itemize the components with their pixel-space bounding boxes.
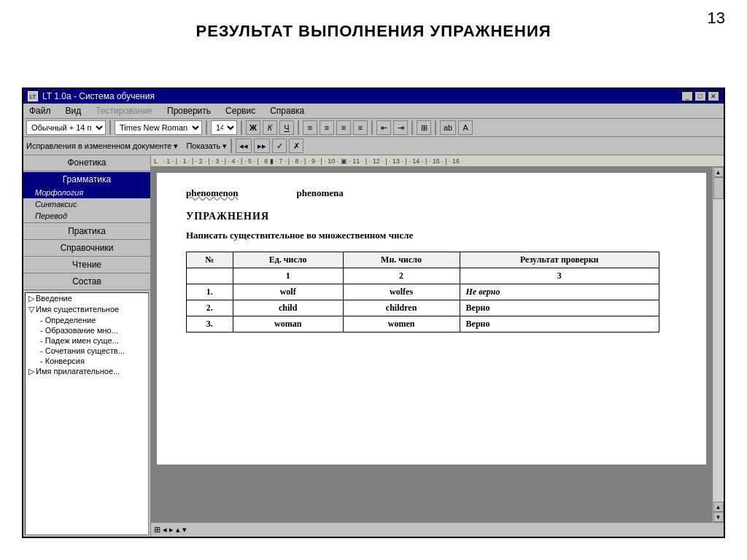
menu-file[interactable]: Файл (26, 105, 54, 117)
reject-button[interactable]: ✗ (289, 139, 303, 153)
menu-help[interactable]: Справка (267, 105, 307, 117)
indent-decrease-button[interactable]: ⇤ (376, 120, 391, 135)
sidebar-phonetics[interactable]: Фонетика (23, 155, 150, 170)
menu-check[interactable]: Проверить (164, 105, 214, 117)
doc-wrapper: phenomenon phenomena УПРАЖНЕНИЯ Написать… (151, 167, 724, 522)
status-info: ⊞ ◂ ▸ ▴ ▾ (154, 525, 187, 534)
separator-8 (231, 139, 232, 153)
track-prev-button[interactable]: ◂◂ (236, 139, 252, 153)
table-header-result: Результат проверки (460, 252, 659, 268)
show-label: Показать (186, 141, 220, 150)
word-plural: phenomena (297, 187, 344, 199)
scrollbar-thumb[interactable] (713, 177, 724, 199)
tree-view[interactable]: ▷Введение ▽Имя существительное - Определ… (25, 292, 149, 535)
row2-singular: child (233, 300, 343, 316)
exercise-heading: УПРАЖНЕНИЯ (186, 211, 684, 222)
separator-1 (109, 120, 111, 135)
separator-7 (435, 120, 436, 135)
row2-num: 2. (187, 300, 233, 316)
divider-6 (23, 289, 150, 290)
align-right-button[interactable]: ≡ (336, 120, 351, 135)
table-subheader-2: 2 (343, 268, 460, 284)
row2-result: Верно (460, 300, 659, 316)
sidebar-composition[interactable]: Состав (23, 274, 150, 289)
track-next-button[interactable]: ▸▸ (254, 139, 270, 153)
menu-bar: Файл Вид Тестирование Проверить Сервис С… (23, 104, 724, 119)
menu-service[interactable]: Сервис (222, 105, 258, 117)
toolbar-1: Обычный + 14 п Times New Roman 14 Ж К Ч … (23, 119, 724, 137)
table-button[interactable]: ⊞ (417, 120, 431, 135)
sidebar-grammar[interactable]: Грамматика (23, 172, 150, 187)
bold-button[interactable]: Ж (246, 120, 260, 135)
minimize-button[interactable]: _ (681, 91, 693, 101)
doc-content: phenomenon phenomena УПРАЖНЕНИЯ Написать… (179, 187, 684, 332)
align-center-button[interactable]: ≡ (320, 120, 334, 135)
row1-singular: wolf (233, 284, 343, 300)
word-singular: phenomenon (186, 187, 239, 199)
separator-3 (241, 120, 242, 135)
font-color-button[interactable]: A (458, 120, 473, 135)
size-select[interactable]: 14 (211, 120, 237, 135)
ruler-label: L · 1 · | · 1 · | · 2 · | · 3 · | · 4 · … (154, 158, 463, 165)
tree-item-combinations[interactable]: - Сочетания существ... (26, 346, 148, 356)
scroll-down-button-1[interactable]: ▲ (713, 502, 724, 512)
sidebar-syntax[interactable]: Синтаксис (23, 198, 150, 210)
maximize-button[interactable]: □ (694, 91, 706, 101)
tree-item-plural-form[interactable]: - Образование мно... (26, 325, 148, 335)
window-title: LT 1.0a - Система обучения (42, 91, 155, 101)
tree-item-conversion[interactable]: - Конверсия (26, 356, 148, 366)
table-subheader-3: 3 (460, 268, 659, 284)
table-subheader-num (187, 268, 233, 284)
accept-button[interactable]: ✓ (272, 139, 287, 153)
status-bar: ⊞ ◂ ▸ ▴ ▾ (151, 522, 724, 537)
indent-increase-button[interactable]: ⇥ (393, 120, 408, 135)
exercise-table: № Ед. число Мн. число Результат проверки… (186, 252, 659, 332)
sidebar-morphology[interactable]: Морфология (23, 187, 150, 198)
row3-num: 3. (187, 316, 233, 332)
window-controls: _ □ ✕ (681, 91, 719, 101)
divider-5 (23, 273, 150, 273)
close-button[interactable]: ✕ (708, 91, 719, 101)
row1-plural: wolfes (343, 284, 460, 300)
sidebar-references[interactable]: Справочники (23, 241, 150, 255)
row1-result: Не верно (460, 284, 659, 300)
row2-plural: children (343, 300, 460, 316)
tree-item-intro[interactable]: ▷Введение (26, 293, 148, 304)
toolbar-2: Исправления в измененном документе ▾ Пок… (23, 137, 724, 155)
exercise-task: Написать существительное во множественно… (186, 230, 684, 241)
underline-button[interactable]: Ч (279, 120, 294, 135)
tree-item-definition[interactable]: - Определение (26, 315, 148, 325)
divider-4 (23, 256, 150, 257)
separator-2 (206, 120, 207, 135)
tree-item-adjective[interactable]: ▷Имя прилагательное... (26, 366, 148, 377)
scroll-up-button[interactable]: ▲ (713, 167, 724, 177)
page-title: РЕЗУЛЬТАТ ВЫПОЛНЕНИЯ УПРАЖНЕНИЯ (0, 0, 747, 55)
divider-2 (23, 222, 150, 223)
divider-1 (23, 171, 150, 171)
align-justify-button[interactable]: ≡ (353, 120, 368, 135)
tree-item-noun[interactable]: ▽Имя существительное (26, 304, 148, 315)
ruler: L · 1 · | · 1 · | · 2 · | · 3 · | · 4 · … (151, 155, 724, 167)
vertical-scrollbar: ▲ ▲ ▼ (712, 167, 724, 522)
track-changes-label: Исправления в измененном документе (26, 141, 171, 150)
tree-item-cases[interactable]: - Падеж имен суще... (26, 335, 148, 346)
table-header-singular: Ед. число (233, 252, 343, 268)
sidebar-practice[interactable]: Практика (23, 224, 150, 238)
scroll-down-button-2[interactable]: ▼ (713, 512, 724, 522)
style-select[interactable]: Обычный + 14 п (26, 120, 106, 135)
menu-testing: Тестирование (93, 105, 155, 117)
table-row: 1. wolf wolfes Не верно (187, 284, 659, 300)
separator-6 (411, 120, 413, 135)
table-row: 3. woman women Верно (187, 316, 659, 332)
font-select[interactable]: Times New Roman (115, 120, 202, 135)
scrollbar-track[interactable] (713, 177, 724, 502)
menu-view[interactable]: Вид (63, 105, 85, 117)
application-window: LT LT 1.0a - Система обучения _ □ ✕ Файл… (22, 88, 725, 538)
sidebar-reading[interactable]: Чтение (23, 257, 150, 272)
doc-scroll[interactable]: phenomenon phenomena УПРАЖНЕНИЯ Написать… (151, 167, 712, 522)
italic-button[interactable]: К (263, 120, 277, 135)
spell-button[interactable]: ab (440, 120, 456, 135)
sidebar-translation[interactable]: Перевод (23, 210, 150, 222)
align-left-button[interactable]: ≡ (303, 120, 317, 135)
table-header-num: № (187, 252, 233, 268)
